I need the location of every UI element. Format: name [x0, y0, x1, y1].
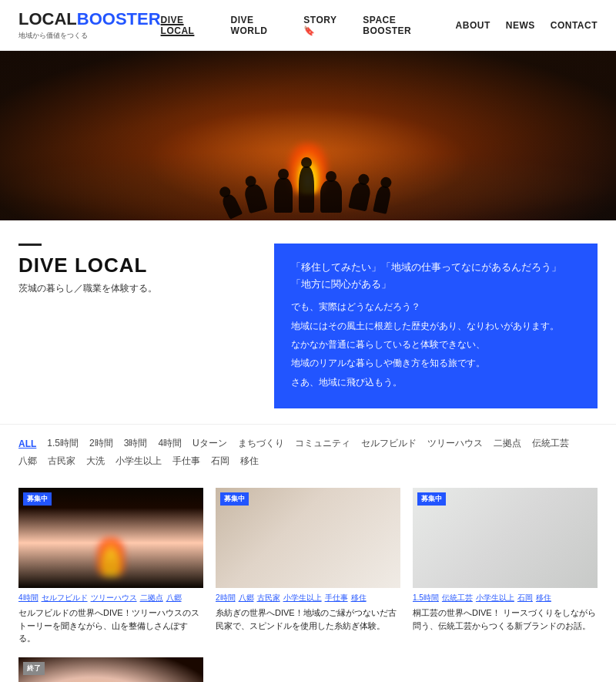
section-title: DIVE LOCAL: [18, 254, 259, 277]
tag-八郷[interactable]: 八郷: [18, 455, 37, 468]
hero-scene: [0, 51, 616, 220]
card-tag-item[interactable]: 移住: [536, 593, 551, 603]
tag-大洗[interactable]: 大洗: [86, 455, 105, 468]
blue-box-line3: 地域にはその風土に根差した歴史があり、なりわいがあります。: [291, 318, 581, 334]
card-image-bonfire2: 終了終了: [18, 657, 203, 682]
card-tags: 4時間セルフビルドツリーハウス二拠点八郷: [18, 593, 203, 603]
tag-古民家[interactable]: 古民家: [48, 455, 75, 468]
tag-手仕事[interactable]: 手仕事: [172, 455, 200, 468]
card-tag-item[interactable]: 小学生以上: [283, 593, 322, 603]
card-tag-item[interactable]: 石岡: [517, 593, 533, 603]
card-tag-item[interactable]: 八郷: [239, 593, 254, 603]
tag-石岡[interactable]: 石岡: [211, 455, 229, 468]
tags-section: ALL1.5時間2時間3時間4時間Uターンまちづくりコミュニティセルフビルドツリ…: [0, 424, 616, 475]
card-badge: 募集中: [23, 492, 52, 506]
logo-booster: BOOSTER: [77, 9, 161, 29]
section-line: [18, 244, 42, 246]
logo-tagline: 地域から価値をつくる: [18, 31, 161, 41]
header: LOCAL BOOSTER 地域から価値をつくる DIVE LOCAL DIVE…: [0, 0, 616, 51]
nav-about[interactable]: ABOUT: [456, 20, 490, 31]
card-tag-item[interactable]: 二拠点: [140, 593, 163, 603]
tag-2時間[interactable]: 2時間: [89, 437, 113, 450]
card-tag-item[interactable]: 伝統工芸: [442, 593, 473, 603]
card-badge: 募集中: [220, 492, 249, 506]
card-item[interactable]: 募集中募集中4時間セルフビルドツリーハウス二拠点八郷セルフビルドの世界へDIVE…: [18, 488, 203, 645]
blue-box-line2: でも、実際はどうなんだろう？: [291, 299, 581, 314]
card-item[interactable]: 募集中2時間八郷古民家小学生以上手仕事移住糸紡ぎの世界へDIVE！地域のご縁がつ…: [216, 488, 400, 645]
card-tag-item[interactable]: 小学生以上: [476, 593, 514, 603]
card-tag-item[interactable]: 古民家: [257, 593, 280, 603]
card-image-workshop: 募集中: [413, 488, 598, 588]
main-nav: DIVE LOCAL DIVE WORLD STORY 🔖 SPACE BOOS…: [161, 15, 598, 36]
card-tags: 1.5時間伝統工芸小学生以上石岡移住: [413, 593, 598, 603]
blue-box-line5: 地域のリアルな暮らしや働き方を知る旅です。: [291, 355, 581, 371]
nav-dive-local[interactable]: DIVE LOCAL: [161, 15, 216, 36]
tag-4時間[interactable]: 4時間: [158, 437, 182, 450]
card-description: セルフビルドの世界へDIVE！ツリーハウスのストーリーを聞きながら、山を整備しさ…: [18, 606, 203, 645]
card-tag-item[interactable]: ツリーハウス: [91, 593, 137, 603]
logo-local: LOCAL: [18, 9, 77, 29]
blue-box: 「移住してみたい」「地域の仕事ってなにがあるんだろう」「地方に関心がある」 でも…: [274, 244, 598, 408]
card-description: 桐工芸の世界へDIVE！ リースづくりをしながら問う、伝統工芸からつくる新ブラン…: [413, 606, 598, 632]
section-subtitle: 茨城の暮らし／職業を体験する。: [18, 282, 259, 295]
nav-contact[interactable]: CONTACT: [551, 20, 598, 31]
tag-まちづくり[interactable]: まちづくり: [238, 437, 284, 450]
tag-セルフビルド[interactable]: セルフビルド: [361, 437, 417, 450]
card-badge: 終了: [23, 662, 45, 675]
tag-二拠点[interactable]: 二拠点: [494, 437, 521, 450]
tag-伝統工芸[interactable]: 伝統工芸: [532, 437, 569, 450]
card-badge: 募集中: [417, 492, 446, 506]
card-image-crafts: 募集中: [216, 488, 400, 588]
nav-news[interactable]: NEWS: [506, 20, 535, 31]
card-tags: 2時間八郷古民家小学生以上手仕事移住: [216, 593, 400, 603]
tag-小学生以上[interactable]: 小学生以上: [116, 455, 162, 468]
blue-box-line1: 「移住してみたい」「地域の仕事ってなにがあるんだろう」「地方に関心がある」: [291, 259, 581, 293]
bottom-cards-grid: 終了終了3時間Uターンまちづくりコミュニティ大洗移住まちへDIVE! 焚火と本 …: [18, 657, 598, 682]
card-tag-item[interactable]: セルフビルド: [42, 593, 88, 603]
hero-image: [0, 51, 616, 220]
card-tag-item[interactable]: 手仕事: [325, 593, 348, 603]
cards-section: 募集中募集中4時間セルフビルドツリーハウス二拠点八郷セルフビルドの世界へDIVE…: [0, 475, 616, 682]
tag-1.5時間[interactable]: 1.5時間: [47, 437, 79, 450]
blue-box-line6: さあ、地域に飛び込もう。: [291, 375, 581, 390]
tag-ツリーハウス[interactable]: ツリーハウス: [427, 437, 483, 450]
nav-space-booster[interactable]: SPACE BOOSTER: [363, 15, 440, 36]
nav-dive-world[interactable]: DIVE WORLD: [231, 15, 289, 36]
card-tag-item[interactable]: 1.5時間: [413, 593, 439, 603]
tags-row: ALL1.5時間2時間3時間4時間Uターンまちづくりコミュニティセルフビルドツリ…: [18, 437, 598, 468]
card-tag-item[interactable]: 八郷: [166, 593, 182, 603]
blue-box-line4: なかなか普通に暮らしていると体験できない、: [291, 337, 581, 352]
card-tag-item[interactable]: 移住: [351, 593, 367, 603]
card-item[interactable]: 終了終了3時間Uターンまちづくりコミュニティ大洗移住まちへDIVE! 焚火と本 …: [18, 657, 203, 682]
tag-Uターン[interactable]: Uターン: [192, 437, 227, 450]
card-item[interactable]: 募集中1.5時間伝統工芸小学生以上石岡移住桐工芸の世界へDIVE！ リースづくり…: [413, 488, 598, 645]
cards-grid: 募集中募集中4時間セルフビルドツリーハウス二拠点八郷セルフビルドの世界へDIVE…: [18, 488, 598, 645]
nav-story[interactable]: STORY 🔖: [303, 15, 347, 36]
tag-ALL[interactable]: ALL: [18, 438, 36, 449]
tag-移住[interactable]: 移住: [240, 455, 259, 468]
card-tag-item[interactable]: 2時間: [216, 593, 236, 603]
content-section: DIVE LOCAL 茨城の暮らし／職業を体験する。 「移住してみたい」「地域の…: [0, 220, 616, 424]
left-content: DIVE LOCAL 茨城の暮らし／職業を体験する。: [18, 244, 274, 408]
card-tag-item[interactable]: 4時間: [18, 593, 38, 603]
card-description: 糸紡ぎの世界へDIVE！地域のご縁がつないだ古民家で、スピンドルを使用した糸紡ぎ…: [216, 606, 400, 632]
tag-コミュニティ[interactable]: コミュニティ: [295, 437, 350, 450]
logo: LOCAL BOOSTER 地域から価値をつくる: [18, 9, 161, 41]
card-image-campfire: 募集中募集中: [18, 488, 203, 588]
tag-3時間[interactable]: 3時間: [124, 437, 148, 450]
